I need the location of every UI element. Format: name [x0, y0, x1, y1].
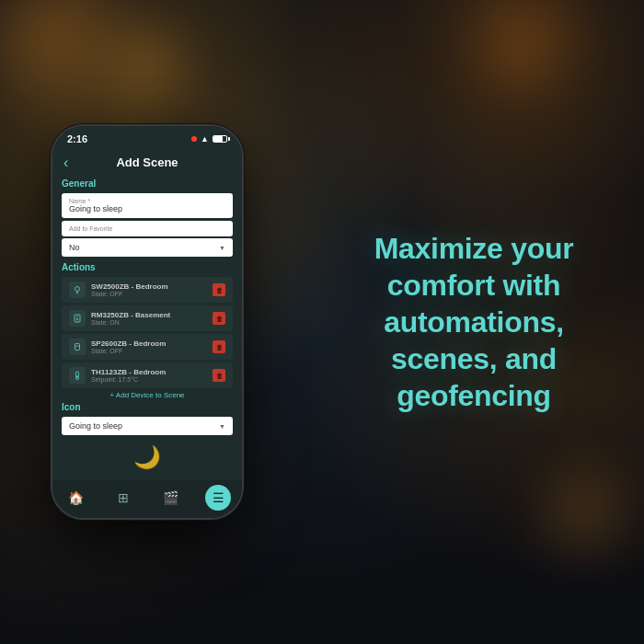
delete-device-1-button[interactable]: [213, 283, 225, 296]
device-item-1[interactable]: SW2500ZB - Bedroom State: OFF: [62, 277, 233, 303]
device-item-4[interactable]: TH1123ZB - Bedroom Setpoint: 17.5°C: [62, 362, 233, 388]
status-icons: ▲: [191, 134, 227, 144]
icon-select[interactable]: Going to sleep ▼: [62, 417, 233, 435]
icon-preview: 🌙: [62, 439, 233, 472]
app-header: ‹ Add Scene: [52, 148, 242, 177]
icon-select-value: Going to sleep: [69, 421, 122, 431]
device-info-1: SW2500ZB - Bedroom State: OFF: [91, 282, 207, 297]
add-device-link[interactable]: + Add Device to Scene: [62, 391, 233, 399]
tagline-line4: scenes, and: [391, 342, 557, 375]
bottom-nav: 🏠 ⊞ 🎬 ☰: [52, 479, 242, 518]
svg-rect-6: [75, 344, 80, 351]
device-state-1: State: OFF: [91, 291, 207, 297]
device-state-3: State: OFF: [91, 348, 207, 354]
svg-point-0: [75, 287, 80, 292]
favorite-value: No: [69, 243, 80, 252]
add-to-favorite-label-field: Add to Favorite: [62, 221, 233, 236]
nav-scenes[interactable]: 🎬: [158, 485, 184, 511]
icon-section: Icon Going to sleep ▼ 🌙: [62, 402, 233, 472]
svg-point-5: [76, 318, 78, 320]
device-item-2[interactable]: RM3250ZB - Basement State: ON: [62, 305, 233, 331]
name-value: Going to sleep: [69, 204, 225, 213]
icon-section-label: Icon: [62, 402, 233, 412]
chevron-down-icon: ▼: [219, 245, 225, 251]
phone-wrapper: 2:16 ▲ ‹ Add Scene General Name *: [28, 64, 267, 580]
tagline-line3: automations,: [384, 305, 564, 339]
nav-menu[interactable]: ☰: [205, 485, 231, 511]
thermostat-icon: [69, 367, 86, 384]
app-title: Add Scene: [116, 155, 178, 169]
tagline-text: Maximize your comfort with automations, …: [331, 230, 616, 414]
wifi-icon: ▲: [201, 134, 209, 144]
nav-grid[interactable]: ⊞: [110, 485, 136, 511]
tagline-line1: Maximize your: [374, 232, 574, 265]
device-info-3: SP2600ZB - Bedroom State: OFF: [91, 339, 207, 354]
remote-icon: [69, 310, 86, 327]
tagline-line5: geofencing: [397, 379, 551, 412]
grid-icon: ⊞: [118, 490, 129, 505]
device-state-4: Setpoint: 17.5°C: [91, 376, 207, 383]
general-section-label: General: [62, 178, 233, 189]
plug-icon: [69, 339, 86, 355]
device-info-2: RM3250ZB - Basement State: ON: [91, 311, 207, 326]
phone-device: 2:16 ▲ ‹ Add Scene General Name *: [51, 124, 244, 520]
delete-device-4-button[interactable]: [213, 369, 225, 382]
name-label: Name *: [69, 198, 225, 204]
scene-icon-preview: 🌙: [133, 444, 161, 470]
name-input-field[interactable]: Name * Going to sleep: [62, 193, 233, 218]
device-name-3: SP2600ZB - Bedroom: [91, 339, 207, 348]
bokeh-4: [543, 469, 626, 552]
back-button[interactable]: ‹: [63, 155, 68, 171]
actions-section-label: Actions: [62, 262, 233, 272]
delete-device-2-button[interactable]: [213, 312, 225, 325]
device-name-2: RM3250ZB - Basement: [91, 311, 207, 319]
device-item-3[interactable]: SP2600ZB - Bedroom State: OFF: [62, 334, 233, 360]
battery-icon: [213, 135, 227, 143]
bulb-icon: [69, 282, 86, 298]
scenes-icon: 🎬: [163, 490, 178, 505]
status-time: 2:16: [67, 133, 87, 144]
scroll-content: General Name * Going to sleep Add to Fav…: [52, 177, 242, 479]
device-name-4: TH1123ZB - Bedroom: [91, 368, 207, 376]
delete-device-3-button[interactable]: [213, 340, 225, 353]
tagline-line2: comfort with: [387, 269, 560, 302]
status-bar: 2:16 ▲: [52, 126, 242, 148]
device-name-1: SW2500ZB - Bedroom: [91, 282, 207, 291]
home-icon: 🏠: [68, 490, 84, 505]
favorite-select[interactable]: No ▼: [62, 238, 233, 257]
device-info-4: TH1123ZB - Bedroom Setpoint: 17.5°C: [91, 368, 207, 383]
icon-chevron-down-icon: ▼: [219, 423, 225, 430]
notification-dot: [191, 136, 197, 142]
device-state-2: State: ON: [91, 319, 207, 326]
favorite-label: Add to Favorite: [69, 225, 225, 232]
nav-home[interactable]: 🏠: [63, 485, 89, 511]
app-content: ‹ Add Scene General Name * Going to slee…: [52, 148, 242, 518]
menu-icon: ☰: [213, 490, 224, 505]
